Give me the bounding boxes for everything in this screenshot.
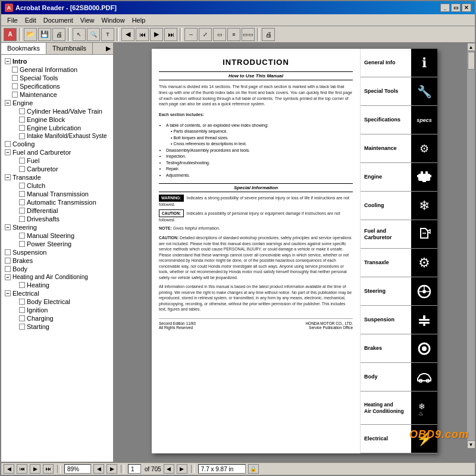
restore-button[interactable]: ▭ bbox=[451, 4, 461, 12]
single-page-button[interactable]: ▭ bbox=[213, 28, 226, 41]
checkbox-special-tools[interactable] bbox=[12, 75, 18, 81]
bookmark-differential[interactable]: Differential bbox=[2, 206, 112, 215]
zoom-field[interactable]: 89% bbox=[64, 464, 91, 474]
bookmarks-tab[interactable]: Bookmarks bbox=[1, 43, 46, 54]
checkbox-body-electrical[interactable] bbox=[19, 299, 25, 305]
expand-steering[interactable]: − bbox=[5, 224, 11, 230]
expand-engine[interactable]: − bbox=[5, 100, 11, 106]
checkbox-manual-trans[interactable] bbox=[19, 191, 25, 197]
thumbnails-tab[interactable]: Thumbnails bbox=[46, 43, 93, 54]
checkbox-brakes[interactable] bbox=[5, 258, 11, 264]
bookmark-carburetor[interactable]: Carburetor bbox=[2, 165, 112, 173]
bookmark-electrical[interactable]: − Electrical bbox=[2, 289, 112, 298]
checkbox-manual-steering[interactable] bbox=[19, 233, 25, 239]
panel-arrow[interactable]: ▶ bbox=[104, 43, 113, 54]
status-prev-btn[interactable]: ◀ bbox=[4, 464, 14, 474]
checkbox-intake-manifold[interactable] bbox=[19, 133, 25, 139]
checkbox-power-steering[interactable] bbox=[19, 241, 25, 247]
bookmark-special-tools[interactable]: Special Tools bbox=[2, 74, 112, 82]
open-button[interactable]: 📂 bbox=[24, 28, 37, 41]
status-prev2-btn[interactable]: ◀ bbox=[164, 464, 174, 474]
next-page-button[interactable]: ▶ bbox=[150, 28, 163, 41]
bookmark-body-electrical[interactable]: Body Electrical bbox=[2, 298, 112, 306]
bookmark-maintenance[interactable]: Maintenance bbox=[2, 90, 112, 99]
bookmark-auto-trans[interactable]: Automatic Transmission bbox=[2, 198, 112, 206]
zoom-inc-btn[interactable]: ▶ bbox=[107, 464, 117, 474]
bookmark-steering[interactable]: − Steering bbox=[2, 223, 112, 231]
bookmark-engine-lubrication[interactable]: Engine Lubrication bbox=[2, 124, 112, 132]
checkbox-driveshafts[interactable] bbox=[19, 216, 25, 222]
menu-document[interactable]: Document bbox=[40, 15, 77, 25]
checkbox-body[interactable] bbox=[5, 266, 11, 272]
bookmark-heating[interactable]: Heating bbox=[2, 281, 112, 289]
bookmark-engine-block[interactable]: Engine Block bbox=[2, 115, 112, 124]
bookmark-cooling[interactable]: Cooling bbox=[2, 140, 112, 148]
menu-edit[interactable]: Edit bbox=[21, 15, 40, 25]
bookmark-fuel-carb[interactable]: − Fuel and Carburetor bbox=[2, 148, 112, 156]
bookmark-general-info[interactable]: General Information bbox=[2, 65, 112, 74]
bookmark-suspension[interactable]: Suspension bbox=[2, 248, 112, 256]
checkbox-charging[interactable] bbox=[19, 315, 25, 321]
checkbox-clutch[interactable] bbox=[19, 183, 25, 189]
bookmark-specifications[interactable]: Specifications bbox=[2, 82, 112, 90]
bookmark-fuel[interactable]: Fuel bbox=[2, 156, 112, 165]
save-button[interactable]: 💾 bbox=[38, 28, 51, 41]
bookmark-starting[interactable]: Starting bbox=[2, 322, 112, 331]
checkbox-maintenance[interactable] bbox=[12, 92, 18, 98]
minimize-button[interactable]: _ bbox=[440, 4, 450, 12]
zoom-tool[interactable]: 🔍 bbox=[87, 28, 100, 41]
text-tool[interactable]: T bbox=[101, 28, 114, 41]
expand-transaxle[interactable]: − bbox=[5, 174, 11, 180]
checkbox-differential[interactable] bbox=[19, 208, 25, 214]
checkbox-general-info[interactable] bbox=[12, 67, 18, 73]
bookmark-manual-trans[interactable]: Manual Transmission bbox=[2, 190, 112, 198]
scroll-up-arrow[interactable]: ▲ bbox=[467, 43, 475, 51]
status-last-btn[interactable]: ⏭ bbox=[43, 464, 54, 474]
close-button[interactable]: ✕ bbox=[462, 4, 471, 12]
checkbox-carburetor[interactable] bbox=[19, 166, 25, 172]
expand-intro[interactable]: − bbox=[5, 58, 11, 64]
zoom-dec-btn[interactable]: ◀ bbox=[93, 464, 104, 474]
lock-btn[interactable]: 🔒 bbox=[248, 464, 259, 474]
scroll-down-arrow[interactable]: ▼ bbox=[467, 440, 475, 449]
select-tool[interactable]: ↖ bbox=[73, 28, 86, 41]
checkbox-suspension[interactable] bbox=[5, 249, 11, 255]
facing-button[interactable]: ▭▭ bbox=[242, 28, 255, 41]
status-next2-btn[interactable]: ▶ bbox=[177, 464, 187, 474]
expand-hvac[interactable]: − bbox=[5, 274, 11, 280]
checkbox-starting[interactable] bbox=[19, 324, 25, 330]
pdf-scroll-area[interactable]: INTRODUCTION How to Use This Manual This… bbox=[114, 43, 475, 462]
scroll-thumb[interactable] bbox=[468, 52, 475, 70]
bookmark-engine[interactable]: − Engine bbox=[2, 99, 112, 107]
bookmark-transaxle[interactable]: − Transaxle bbox=[2, 173, 112, 181]
checkbox-ignition[interactable] bbox=[19, 307, 25, 313]
menu-window[interactable]: Window bbox=[98, 15, 129, 25]
bookmark-cylinder-head[interactable]: Cylinder Head/Valve Train bbox=[2, 107, 112, 115]
status-first-btn[interactable]: ⏮ bbox=[17, 464, 27, 474]
bookmark-intro[interactable]: − Intro bbox=[2, 57, 112, 65]
checkbox-heating[interactable] bbox=[19, 282, 25, 288]
bookmark-driveshafts[interactable]: Driveshafts bbox=[2, 215, 112, 223]
continuous-button[interactable]: ≡ bbox=[227, 28, 240, 41]
bookmark-charging[interactable]: Charging bbox=[2, 314, 112, 322]
page-field[interactable]: 1 bbox=[128, 464, 141, 474]
fit-width-button[interactable]: ↔ bbox=[184, 28, 198, 41]
bookmark-ignition[interactable]: Ignition bbox=[2, 306, 112, 314]
scroll-track[interactable] bbox=[467, 51, 475, 440]
checkbox-specifications[interactable] bbox=[12, 83, 18, 89]
checkbox-auto-trans[interactable] bbox=[19, 199, 25, 205]
menu-help[interactable]: Help bbox=[129, 15, 149, 25]
menu-file[interactable]: File bbox=[4, 15, 21, 25]
status-next-btn[interactable]: ▶ bbox=[30, 464, 40, 474]
bookmark-intake-manifold[interactable]: Intake Manifold/Exhaust Syste bbox=[2, 132, 112, 140]
checkbox-cooling[interactable] bbox=[5, 141, 11, 147]
fit-page-button[interactable]: ⤢ bbox=[199, 28, 212, 41]
expand-electrical[interactable]: − bbox=[5, 290, 11, 296]
checkbox-cylinder-head[interactable] bbox=[19, 108, 25, 114]
first-page-button[interactable]: ⏮ bbox=[136, 28, 149, 41]
menu-view[interactable]: View bbox=[77, 15, 98, 25]
checkbox-fuel[interactable] bbox=[19, 158, 25, 164]
expand-fuel-carb[interactable]: − bbox=[5, 149, 11, 155]
print2-button[interactable]: 🖨 bbox=[262, 28, 275, 41]
bookmark-clutch[interactable]: Clutch bbox=[2, 181, 112, 190]
